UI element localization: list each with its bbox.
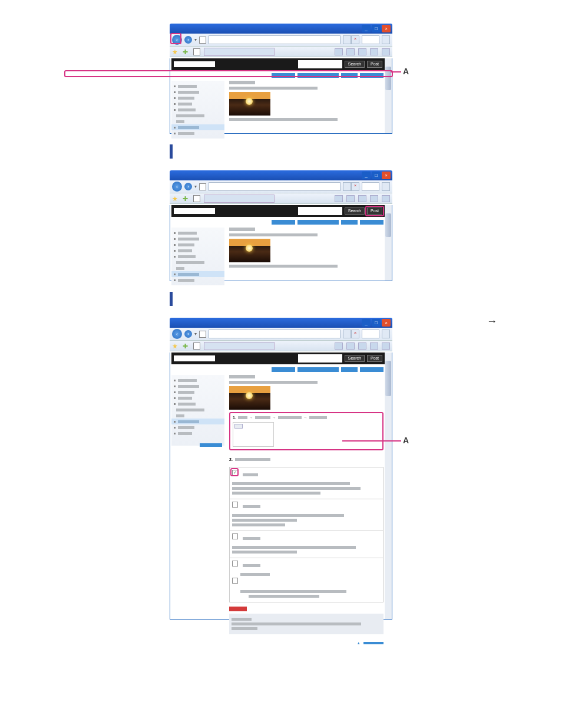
back-button[interactable]: ‹ — [172, 182, 182, 192]
upload-button[interactable] — [234, 424, 243, 429]
print-icon[interactable] — [358, 195, 366, 202]
page-icon — [199, 37, 206, 44]
nav-row: ‹ › ▾ × — [170, 180, 392, 193]
itinerary-panel: 1. → → → — [229, 412, 384, 450]
browser-tab[interactable] — [204, 195, 275, 203]
maximize-button[interactable]: □ — [372, 25, 381, 32]
arrow-right-icon: → — [487, 315, 497, 328]
refresh-button[interactable] — [343, 182, 351, 191]
tab-link[interactable] — [297, 367, 339, 372]
tools-icon[interactable] — [382, 195, 390, 202]
feed-icon[interactable] — [346, 48, 355, 55]
print-icon[interactable] — [358, 48, 366, 55]
page-content: Search Post — [170, 58, 392, 134]
sidebar — [171, 228, 224, 285]
minimize-button[interactable]: _ — [362, 172, 371, 179]
minimize-button[interactable]: _ — [362, 25, 371, 32]
close-button[interactable]: × — [382, 319, 391, 327]
favorites-icon[interactable]: ★ — [172, 342, 179, 350]
back-button[interactable]: ‹ — [172, 329, 182, 339]
page-icon — [199, 331, 206, 338]
stop-button[interactable]: × — [351, 35, 359, 44]
photo-dropzone[interactable] — [233, 422, 274, 447]
site-logo — [174, 355, 215, 361]
favorites-icon[interactable]: ★ — [172, 48, 179, 55]
section-marker — [170, 292, 173, 306]
close-button[interactable]: × — [382, 25, 391, 32]
address-bar[interactable] — [209, 35, 340, 44]
add-fav-icon[interactable]: ✚ — [183, 342, 190, 350]
main-content: 1. → → → 2. — [229, 375, 384, 644]
summary-block — [229, 607, 384, 634]
address-bar[interactable] — [209, 330, 340, 338]
feed-icon[interactable] — [346, 342, 355, 350]
sidebar-link[interactable] — [200, 443, 222, 447]
maximize-button[interactable]: □ — [372, 172, 381, 179]
site-header: Search Post — [171, 353, 385, 364]
tab-link[interactable] — [272, 220, 295, 225]
home-icon[interactable] — [335, 48, 343, 55]
page-content: Search Post — [170, 353, 392, 620]
stop-button[interactable]: × — [351, 182, 359, 191]
back-to-top-icon[interactable]: ▲ — [356, 641, 361, 644]
forward-button[interactable]: › — [184, 183, 192, 190]
forward-button[interactable]: › — [184, 330, 192, 338]
post-button[interactable]: Post — [367, 355, 382, 362]
go-button[interactable] — [382, 35, 390, 44]
annotation-label-a: A — [403, 67, 409, 76]
search-button[interactable]: Search — [345, 61, 365, 68]
sidebar — [171, 81, 224, 139]
checkbox[interactable] — [232, 502, 238, 508]
page-menu-icon[interactable] — [370, 342, 378, 350]
site-logo — [174, 208, 215, 214]
forward-button[interactable]: › — [184, 36, 192, 44]
go-button[interactable] — [382, 182, 390, 191]
tab-link[interactable] — [341, 367, 358, 372]
page-menu-icon[interactable] — [370, 48, 378, 55]
browser-search[interactable] — [362, 182, 379, 191]
post-button[interactable]: Post — [367, 61, 382, 68]
close-button[interactable]: × — [382, 172, 391, 179]
home-icon[interactable] — [335, 195, 343, 202]
refresh-button[interactable] — [343, 330, 351, 338]
annotation-label-a: A — [403, 436, 409, 445]
browser-tab[interactable] — [204, 48, 275, 56]
meta-row — [229, 558, 384, 602]
browser-search[interactable] — [362, 35, 379, 44]
checkbox[interactable] — [232, 533, 238, 539]
tab-link[interactable] — [297, 220, 339, 225]
tools-icon[interactable] — [382, 48, 390, 55]
search-button[interactable]: Search — [345, 355, 365, 362]
back-to-top-link[interactable] — [363, 642, 384, 644]
site-search[interactable] — [298, 207, 342, 215]
maximize-button[interactable]: □ — [372, 319, 381, 327]
tab-link[interactable] — [360, 220, 384, 225]
search-button[interactable]: Search — [345, 207, 365, 215]
tab-link[interactable] — [341, 220, 358, 225]
refresh-button[interactable] — [343, 35, 351, 44]
address-bar[interactable] — [209, 182, 340, 191]
home-icon[interactable] — [335, 342, 343, 350]
site-search[interactable] — [298, 354, 342, 363]
browser-tab[interactable] — [204, 342, 275, 350]
checkbox[interactable] — [232, 561, 238, 566]
add-fav-icon[interactable]: ✚ — [183, 48, 190, 55]
add-fav-icon[interactable]: ✚ — [183, 195, 190, 202]
tab-link[interactable] — [360, 367, 384, 372]
feed-icon[interactable] — [346, 195, 355, 202]
checkbox[interactable] — [232, 578, 238, 584]
print-icon[interactable] — [358, 342, 366, 350]
browser-search[interactable] — [362, 330, 379, 338]
site-search[interactable] — [298, 60, 342, 68]
tab-link[interactable] — [272, 367, 295, 372]
favorites-icon[interactable]: ★ — [172, 195, 179, 202]
stop-button[interactable]: × — [351, 330, 359, 338]
page-menu-icon[interactable] — [370, 195, 378, 202]
tab-page-icon — [193, 48, 200, 55]
scrollbar[interactable] — [385, 205, 392, 281]
minimize-button[interactable]: _ — [362, 319, 371, 327]
meta-list — [229, 467, 384, 602]
go-button[interactable] — [382, 330, 390, 338]
scrollbar[interactable] — [385, 353, 392, 619]
tools-icon[interactable] — [382, 342, 390, 350]
